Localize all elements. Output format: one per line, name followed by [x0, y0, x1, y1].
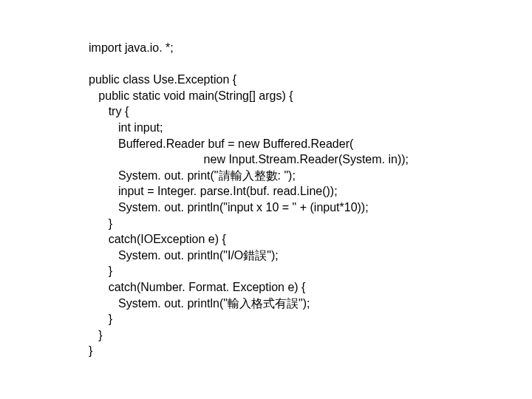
- code-line: System. out. print("請輸入整數: ");: [89, 169, 296, 182]
- code-line: }: [89, 329, 103, 341]
- code-line: }: [89, 265, 112, 277]
- code-line: System. out. println("輸入格式有誤");: [89, 297, 310, 310]
- code-line: catch(Number. Format. Exception e) {: [89, 281, 305, 293]
- code-line: import java.io. *;: [89, 41, 174, 54]
- code-line: catch(IOException e) {: [89, 233, 226, 245]
- code-line: System. out. println("I/O錯誤");: [89, 249, 279, 262]
- code-line: }: [89, 344, 92, 357]
- code-line: }: [89, 313, 112, 325]
- code-block: import java.io. *; public class Use.Exce…: [89, 40, 409, 359]
- code-line: Buffered.Reader buf = new Buffered.Reade…: [89, 137, 353, 150]
- code-line: public class Use.Exception {: [89, 73, 236, 86]
- code-line: new Input.Stream.Reader(System. in));: [89, 153, 409, 166]
- code-line: public static void main(String[] args) {: [89, 89, 293, 102]
- code-line: int input;: [89, 121, 163, 134]
- code-line: try {: [89, 105, 129, 117]
- code-line: System. out. println("input x 10 = " + (…: [89, 201, 369, 214]
- code-line: input = Integer. parse.Int(buf. read.Lin…: [89, 185, 338, 197]
- code-line: }: [89, 217, 112, 230]
